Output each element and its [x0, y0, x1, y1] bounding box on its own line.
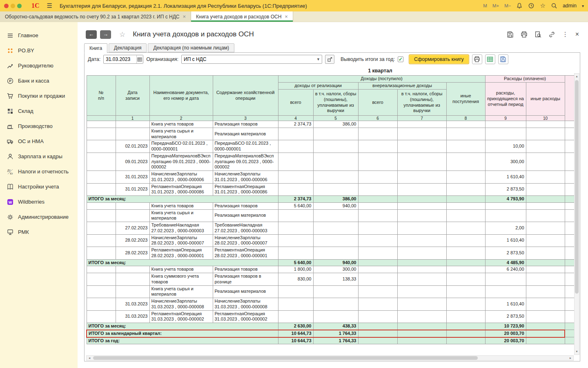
total-cell[interactable]	[526, 259, 565, 266]
scroll-down-icon[interactable]: ▾	[575, 349, 579, 355]
tab-kniga[interactable]: Книга	[84, 43, 107, 53]
table-cell[interactable]	[565, 128, 574, 140]
chevron-down-icon[interactable]: ▾	[582, 4, 584, 8]
total-cell[interactable]: 2 630,00	[278, 323, 313, 330]
organization-combo[interactable]: ▼	[181, 55, 322, 64]
table-cell[interactable]	[87, 273, 116, 286]
favorite-star-icon[interactable]: ☆	[119, 30, 125, 39]
table-cell[interactable]: 09.01.2023	[116, 153, 149, 171]
table-cell[interactable]: 6 240,00	[485, 266, 526, 273]
total-cell[interactable]: 20 003,70	[485, 337, 526, 344]
table-cell[interactable]	[278, 209, 313, 222]
table-cell[interactable]	[116, 202, 149, 209]
table-cell[interactable]	[116, 266, 149, 273]
table-cell[interactable]	[313, 285, 358, 298]
table-cell[interactable]: 300,00	[313, 266, 358, 273]
table-cell[interactable]	[87, 266, 116, 273]
table-cell[interactable]	[358, 202, 397, 209]
table-cell[interactable]: ТребованиеНакладная 27.02.2023 , 0000-00…	[149, 222, 213, 235]
maximize-window-icon[interactable]	[17, 4, 22, 8]
table-cell[interactable]	[485, 209, 526, 222]
table-cell[interactable]: 300,00	[485, 153, 526, 171]
total-cell[interactable]: 2 374,73	[278, 196, 313, 203]
table-cell[interactable]	[526, 171, 565, 184]
table-cell[interactable]	[313, 222, 358, 235]
table-cell[interactable]	[278, 153, 313, 171]
table-cell[interactable]	[313, 234, 358, 247]
table-cell[interactable]: Книга учета товаров	[149, 121, 213, 128]
sidebar-item-bank-kassa[interactable]: P Банк и касса	[0, 73, 78, 88]
total-label[interactable]: ИТОГО за год:	[87, 337, 278, 344]
total-cell[interactable]: 386,00	[313, 196, 358, 203]
table-cell[interactable]: Реализация товаров	[213, 266, 278, 273]
table-cell[interactable]: 1 610,40	[485, 171, 526, 184]
table-cell[interactable]	[565, 330, 574, 337]
total-cell[interactable]: 10 644,73	[278, 330, 313, 337]
table-cell[interactable]	[87, 298, 116, 311]
table-cell[interactable]: НачислениеЗарплаты 28.02.2023 , 0000-000…	[213, 234, 278, 247]
table-cell[interactable]: 2 873,50	[485, 247, 526, 260]
table-cell[interactable]: ПередачаБСО 02.01.2023 , 0000-000001	[213, 140, 278, 153]
table-view-button[interactable]	[485, 54, 495, 64]
table-cell[interactable]	[87, 285, 116, 298]
table-cell[interactable]	[446, 183, 485, 196]
sidebar-item-administrirovanie[interactable]: Администрирование	[0, 209, 78, 224]
link-icon[interactable]	[548, 31, 555, 38]
sidebar-item-nalogi[interactable]: ДтКт Налоги и отчетность	[0, 164, 78, 179]
table-cell[interactable]: 5 640,00	[278, 202, 313, 209]
table-cell[interactable]: Реализация материалов	[213, 209, 278, 222]
table-cell[interactable]	[313, 247, 358, 260]
table-cell[interactable]	[565, 247, 574, 260]
table-cell[interactable]	[526, 234, 565, 247]
sidebar-item-pokupki-prodazhi[interactable]: Покупки и продажи	[0, 88, 78, 103]
total-cell[interactable]	[358, 323, 397, 330]
total-label[interactable]: ИТОГО за месяц:	[87, 196, 278, 203]
print-icon[interactable]	[521, 31, 528, 38]
table-cell[interactable]	[358, 140, 397, 153]
table-cell[interactable]	[313, 128, 358, 140]
table-cell[interactable]	[358, 298, 397, 311]
table-cell[interactable]	[565, 209, 574, 222]
preview-icon[interactable]	[535, 31, 541, 38]
window-tab-osv[interactable]: Оборотно-сальдовая ведомость по счету 90…	[0, 11, 191, 22]
total-cell[interactable]: 4 485,90	[485, 259, 526, 266]
table-cell[interactable]	[278, 298, 313, 311]
table-cell[interactable]	[87, 128, 116, 140]
total-cell[interactable]	[526, 196, 565, 203]
table-cell[interactable]: Реализация товаров	[213, 121, 278, 128]
table-cell[interactable]	[358, 153, 397, 171]
table-cell[interactable]	[313, 140, 358, 153]
table-cell[interactable]: 02.01.2023	[116, 140, 149, 153]
table-cell[interactable]: ПередачаМатериаловВЭксплуатацию 09.01.20…	[149, 153, 213, 171]
table-cell[interactable]: РегламентнаяОперация 31.03.2023 , 0000-0…	[213, 310, 278, 323]
table-cell[interactable]	[358, 285, 397, 298]
total-cell[interactable]: 1 764,33	[313, 330, 358, 337]
table-cell[interactable]: Книга учета товаров	[149, 266, 213, 273]
table-cell[interactable]: ТребованиеНакладная 27.02.2023 , 0000-00…	[213, 222, 278, 235]
table-cell[interactable]: 940,00	[313, 202, 358, 209]
table-cell[interactable]	[446, 121, 485, 128]
table-cell[interactable]: НачислениеЗарплаты 31.03.2023 , 0000-000…	[213, 298, 278, 311]
table-cell[interactable]	[565, 298, 574, 311]
table-cell[interactable]	[526, 140, 565, 153]
date-input[interactable]	[104, 56, 136, 62]
table-cell[interactable]	[358, 234, 397, 247]
close-tab-icon[interactable]: ×	[183, 13, 186, 20]
table-cell[interactable]	[446, 285, 485, 298]
sidebar-item-rukovoditelyu[interactable]: Руководителю	[0, 58, 78, 73]
total-cell[interactable]	[526, 330, 565, 337]
table-cell[interactable]: 2,00	[485, 222, 526, 235]
table-cell[interactable]	[87, 183, 116, 196]
memory-plus-button[interactable]: M+	[492, 3, 499, 8]
table-cell[interactable]	[358, 273, 397, 286]
table-cell[interactable]: Реализация товаров	[213, 202, 278, 209]
table-cell[interactable]	[397, 273, 446, 286]
total-cell[interactable]	[526, 323, 565, 330]
table-cell[interactable]	[397, 310, 446, 323]
table-cell[interactable]	[485, 128, 526, 140]
calendar-icon[interactable]	[136, 55, 143, 63]
table-cell[interactable]	[278, 247, 313, 260]
table-cell[interactable]: НачислениеЗарплаты 28.02.2023 , 0000-000…	[149, 234, 213, 247]
total-cell[interactable]	[446, 323, 485, 330]
table-cell[interactable]: РегламентнаяОперация 31.01.2023 , 0000-0…	[149, 183, 213, 196]
